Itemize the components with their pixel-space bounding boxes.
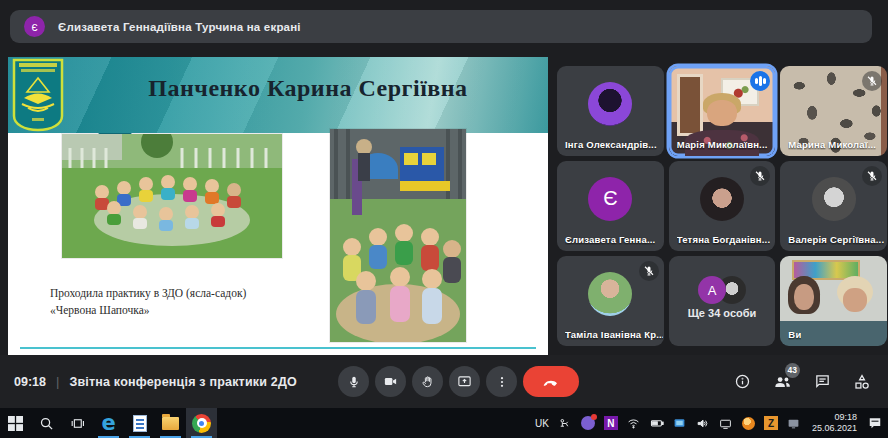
people-icon[interactable]: 43 [772, 372, 792, 392]
google-meet-window: є Єлизавета Геннадіївна Турчина на екран… [0, 0, 888, 438]
university-logo [12, 58, 64, 132]
avatar-letter: A [698, 276, 726, 304]
video-background-door [677, 74, 703, 136]
task-view-icon[interactable] [62, 408, 93, 438]
avatar [700, 177, 744, 221]
start-icon[interactable] [0, 408, 31, 438]
slide-photo-children-grass [62, 134, 282, 258]
screenshare-notification-text: Єлизавета Геннадіївна Турчина на екрані [58, 21, 301, 33]
self-view-label: Ви [788, 329, 801, 340]
participant-name: Валерія Сергіївна... [788, 234, 884, 245]
participant-name: Марина Миколаї... [788, 139, 876, 150]
meeting-time: 09:18 [14, 375, 46, 389]
screenshare-notification: є Єлизавета Геннадіївна Турчина на екран… [10, 10, 872, 43]
avatar [588, 82, 632, 126]
slide-caption-line1: Проходила практику в ЗДО (ясла-садок) [50, 285, 310, 302]
separator: | [56, 374, 59, 389]
video-person2-face [843, 288, 867, 312]
viber-icon[interactable] [581, 416, 595, 430]
network-icon[interactable] [627, 416, 641, 430]
action-center-icon[interactable] [868, 416, 882, 430]
edge-icon[interactable]: e [93, 408, 124, 438]
participant-count-badge: 43 [785, 363, 800, 378]
end-call-button[interactable] [523, 366, 579, 397]
taskbar-clock[interactable]: 09:18 25.06.2021 [812, 412, 857, 435]
microphone-button[interactable] [338, 366, 369, 397]
avatar [812, 177, 856, 221]
tv-icon[interactable] [719, 416, 733, 430]
more-participants-avatars: A [698, 276, 746, 304]
participant-grid: Інга Олександрів... Марія Миколаївн... М… [557, 66, 887, 346]
chrome-icon[interactable] [186, 408, 217, 438]
participant-tile-inga[interactable]: Інга Олександрів... [557, 66, 664, 156]
camera-button[interactable] [375, 366, 406, 397]
meeting-info: 09:18 | Звітна конференція з практики 2Д… [14, 374, 297, 389]
participant-tile-tamila[interactable]: Таміла Іванівна Кр... [557, 256, 664, 346]
avatar [588, 272, 632, 316]
clock-date: 25.06.2021 [812, 423, 857, 434]
meeting-panels: 43 [732, 372, 872, 392]
edge-letter: e [101, 413, 115, 434]
presenter-avatar: є [24, 16, 45, 37]
slide-divider-line [20, 347, 536, 349]
raise-hand-button[interactable] [412, 366, 443, 397]
participant-tile-maria[interactable]: Марія Миколаївн... [669, 66, 776, 156]
folder-icon[interactable] [155, 408, 186, 438]
windows-taskbar: e UK N [0, 408, 888, 438]
mic-off-icon [639, 261, 659, 281]
self-view-tile[interactable]: Ви [780, 256, 887, 346]
slide-caption: Проходила практику в ЗДО (ясла-садок) «Ч… [50, 285, 310, 318]
more-options-button[interactable] [486, 366, 517, 397]
participant-name: Тетяна Богданівн... [677, 234, 771, 245]
participant-tile-tetiana[interactable]: Тетяна Богданівн... [669, 161, 776, 251]
mic-off-icon [862, 166, 882, 186]
audio-indicator-icon [750, 71, 770, 91]
participant-name: Марія Миколаївн... [677, 139, 768, 150]
display-icon[interactable] [673, 416, 687, 430]
present-screen-button[interactable] [449, 366, 480, 397]
mic-off-icon [750, 166, 770, 186]
slide-photo-playground [330, 129, 466, 342]
taskbar-tray: UK N [535, 408, 888, 438]
language-indicator[interactable]: UK [535, 418, 549, 429]
slide-title: Панченко Карина Сергіївна [78, 75, 538, 102]
slide-caption-line2: «Червона Шапочка» [50, 302, 310, 319]
avatar-letter: Є [588, 177, 632, 221]
participant-name: Єлизавета Генна... [565, 234, 655, 245]
mic-off-icon [862, 71, 882, 91]
meeting-name: Звітна конференція з практики 2ДО [69, 375, 297, 389]
more-participants-label: Ще 34 особи [669, 307, 776, 319]
search-icon[interactable] [31, 408, 62, 438]
call-controls [338, 366, 579, 397]
video-person1-face [794, 284, 814, 310]
meet-control-bar: 09:18 | Звітна конференція з практики 2Д… [0, 355, 888, 408]
video-person-face [707, 100, 737, 126]
more-participants-tile[interactable]: A Ще 34 особи [669, 256, 776, 346]
participant-name: Інга Олександрів... [565, 139, 657, 150]
participant-name: Таміла Іванівна Кр... [565, 329, 663, 340]
monitor-icon[interactable] [787, 416, 801, 430]
info-icon[interactable] [732, 372, 752, 392]
clock-time: 09:18 [812, 412, 857, 423]
document-icon[interactable] [124, 408, 155, 438]
activities-icon[interactable] [852, 372, 872, 392]
battery-icon[interactable] [650, 416, 664, 430]
chat-icon[interactable] [812, 372, 832, 392]
taskbar-apps: e [0, 408, 217, 438]
orange-app-icon[interactable] [742, 417, 755, 430]
z-app-icon[interactable]: Z [764, 416, 778, 430]
participant-tile-maryna[interactable]: Марина Миколаї... [780, 66, 887, 156]
volume-icon[interactable] [696, 416, 710, 430]
participant-tile-valeria[interactable]: Валерія Сергіївна... [780, 161, 887, 251]
participant-tile-yelyzaveta[interactable]: Є Єлизавета Генна... [557, 161, 664, 251]
onenote-icon[interactable]: N [604, 416, 618, 430]
accessibility-icon[interactable] [558, 416, 572, 430]
shared-screen-presentation: Панченко Карина Сергіївна [8, 57, 548, 355]
